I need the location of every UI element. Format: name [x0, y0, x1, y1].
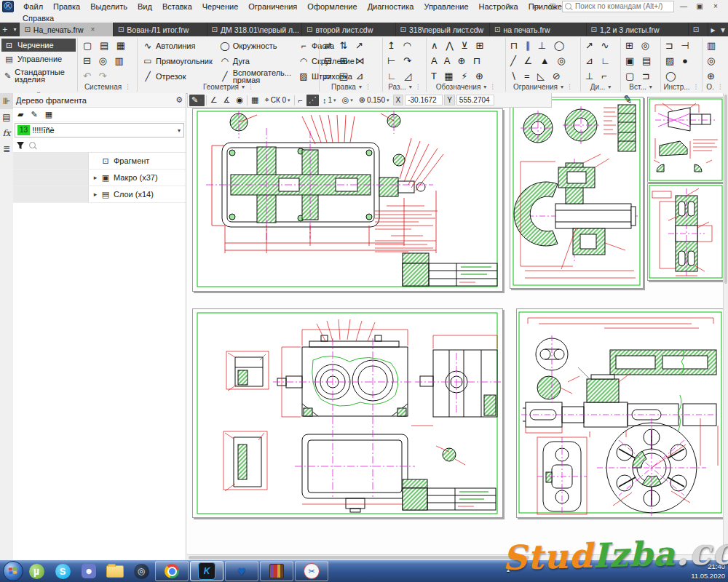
nav-standard-parts[interactable]: ✎ Стандартные изделия: [1, 66, 76, 85]
close-button[interactable]: ×: [709, 1, 722, 12]
start-button[interactable]: [3, 561, 23, 581]
preview-window-icon[interactable]: ◫: [546, 1, 559, 12]
constraint-tools-row[interactable]: ∖ = ◺ ⊘: [507, 68, 579, 84]
variables-panel-icon[interactable]: fx: [0, 125, 13, 141]
snap-view-button[interactable]: ◉: [234, 95, 245, 106]
edit-tools-row[interactable]: ⇄ ⇅ ↗: [321, 38, 381, 53]
menu-drawing[interactable]: Черчение: [197, 1, 244, 12]
expand-arrow-icon[interactable]: ▸: [92, 191, 99, 198]
grip-icon[interactable]: ⋮: [365, 83, 371, 90]
sheet-assembly-top-view[interactable]: [192, 108, 503, 292]
y-coordinate-value[interactable]: 555.2704: [456, 95, 494, 105]
menu-view[interactable]: Вид: [132, 1, 157, 12]
menu-select[interactable]: Выделить: [85, 1, 132, 12]
scrollbar-thumb[interactable]: [189, 556, 529, 559]
insert-tools-row[interactable]: ▣ ▤: [622, 53, 659, 68]
sheet-cone-part[interactable]: [647, 97, 724, 183]
insert-tools-row[interactable]: ⊞ ◎: [622, 38, 659, 53]
tab-partial[interactable]: ⊡: [689, 23, 708, 36]
style-pen-button[interactable]: ✎ ▾: [189, 95, 205, 106]
grip-icon[interactable]: ⋮: [693, 83, 700, 90]
expand-arrow-icon[interactable]: ▸: [92, 174, 99, 181]
tab-na-pechat-2[interactable]: ⊡ на печать.frw: [490, 23, 586, 36]
menu-layout[interactable]: Оформление: [302, 1, 362, 12]
taskbar-chrome[interactable]: [155, 561, 189, 581]
taskbar-snipping-tool[interactable]: ✂: [295, 561, 328, 581]
tab-scroll-left[interactable]: ▾: [10, 23, 20, 36]
tree-item-layers[interactable]: ▸ ▤ Слои (x14): [13, 186, 186, 203]
annotation-tools-row[interactable]: A A ⊕ ⊓: [428, 53, 504, 68]
filter-icon[interactable]: [16, 141, 25, 150]
taskbar-explorer[interactable]: [102, 561, 128, 581]
tab-na-pechat[interactable]: ⊡ На_печать.frw ×: [20, 23, 114, 36]
tab-vtoroy-list[interactable]: ⊡ второй лист.cdw: [302, 23, 396, 36]
layout-window-icon[interactable]: ▭: [530, 1, 543, 12]
chevron-down-icon[interactable]: ▾: [409, 84, 412, 90]
menu-insert[interactable]: Вставка: [157, 1, 197, 12]
taskbar-winrar[interactable]: [260, 561, 293, 581]
menu-file[interactable]: Файл: [18, 1, 48, 12]
tab-list-button[interactable]: ▾: [718, 23, 728, 36]
taskbar-discord[interactable]: ☻: [76, 561, 102, 581]
taskbar-heart-app[interactable]: ♥: [225, 561, 258, 581]
snap-perpendicular-button[interactable]: ∠: [208, 95, 220, 106]
system-tools-row[interactable]: ⊟ ◎ ▥: [80, 53, 135, 68]
layer-flat-icon[interactable]: ▰: [17, 110, 23, 119]
insert-tools-row[interactable]: ▢ ⊐: [622, 68, 659, 84]
snap-angle-button[interactable]: ∡: [221, 95, 233, 106]
tools-row[interactable]: ◯: [662, 68, 700, 84]
chevron-down-icon[interactable]: ▾: [359, 84, 362, 90]
annotation-tools-row[interactable]: T ▦ ⚡ ⊕: [428, 68, 504, 84]
taskbar-clock[interactable]: 21:40 11.05.2020: [691, 562, 725, 581]
chevron-down-icon[interactable]: ▾: [178, 127, 181, 134]
grip-icon[interactable]: ⋮: [717, 83, 724, 90]
tool-arc[interactable]: ◠Дуга: [217, 53, 294, 68]
coordinate-system-select[interactable]: ⌖ СК 0 ▾: [263, 95, 293, 106]
tool-autoline[interactable]: ∿Автолиния: [140, 38, 215, 53]
command-search[interactable]: [562, 1, 674, 12]
dimension-tools-row[interactable]: ∟ ◿: [384, 68, 425, 84]
diagnostics-tools-row[interactable]: ↗ ∿: [582, 38, 619, 53]
o-tools-row[interactable]: ◎: [704, 53, 726, 68]
ortho-mode-toggle[interactable]: ⋰: [306, 95, 319, 106]
restore-button[interactable]: ▣: [693, 1, 706, 12]
preview-icon[interactable]: ▦: [45, 110, 52, 119]
tool-circle[interactable]: ◯Окружность: [217, 38, 294, 53]
system-tools-row[interactable]: ▢ ▤ ▦: [80, 38, 135, 53]
sheet-coupling-section[interactable]: [510, 97, 644, 289]
menu-edit[interactable]: Правка: [48, 1, 85, 12]
layer-edit-icon[interactable]: ✎: [31, 110, 37, 119]
taskbar-skype[interactable]: S: [50, 561, 76, 581]
menu-management[interactable]: Управление: [419, 1, 473, 12]
sheet-shaft-and-wheel[interactable]: [516, 308, 724, 518]
tab-318-perviy[interactable]: ⊡ 318\первый лист.cdw: [396, 23, 491, 36]
tab-vovan[interactable]: ⊡ Вован-Л1 итог.frw: [114, 23, 207, 36]
zoom-value-select[interactable]: ⊕ 0.150 ▾: [357, 95, 392, 106]
chevron-down-icon[interactable]: ▾: [561, 84, 563, 90]
menu-settings[interactable]: Настройка: [474, 1, 523, 12]
tab-123-listy[interactable]: ⊡ 1,2 и 3 листы.frw: [587, 23, 689, 36]
nav-drawing[interactable]: ⊡ Черчение: [1, 39, 76, 52]
zoom-mode-select[interactable]: ◎ ▾: [340, 95, 355, 106]
o-tools-row[interactable]: ▥: [704, 38, 726, 53]
grip-icon[interactable]: ⋮: [248, 83, 254, 90]
grip-icon[interactable]: ⋮: [415, 83, 422, 90]
dimension-tools-row[interactable]: ↥ ◠: [384, 38, 425, 53]
tool-rectangle[interactable]: ▭Прямоугольник: [140, 53, 215, 68]
grip-icon[interactable]: ⋮: [124, 83, 131, 90]
chevron-down-icon[interactable]: ▾: [242, 84, 245, 90]
taskbar-utorrent[interactable]: µ: [23, 561, 50, 581]
minimize-button[interactable]: —: [677, 1, 690, 12]
grid-toggle[interactable]: ▦: [249, 95, 261, 106]
edit-tools-row[interactable]: ⊟ ⊞ ⋈: [321, 53, 381, 68]
edit-tools-row[interactable]: ▱ ◳ ⊿: [321, 68, 381, 84]
tab-close-icon[interactable]: ×: [91, 25, 95, 33]
tree-item-fragment[interactable]: ⊡ Фрагмент: [13, 153, 186, 170]
tab-dm318[interactable]: ⊡ ДМ 318.01\первый л...: [207, 23, 303, 36]
sheet-shaft-section[interactable]: [647, 183, 724, 281]
tray-expand-icon[interactable]: ▴: [507, 567, 510, 573]
nav-management[interactable]: ▤ Управление: [1, 52, 76, 65]
system-undo-redo-row[interactable]: ↶ ↷: [80, 68, 135, 84]
app-icon[interactable]: Ⓚ: [2, 1, 14, 12]
chevron-down-icon[interactable]: ▾: [649, 84, 652, 90]
